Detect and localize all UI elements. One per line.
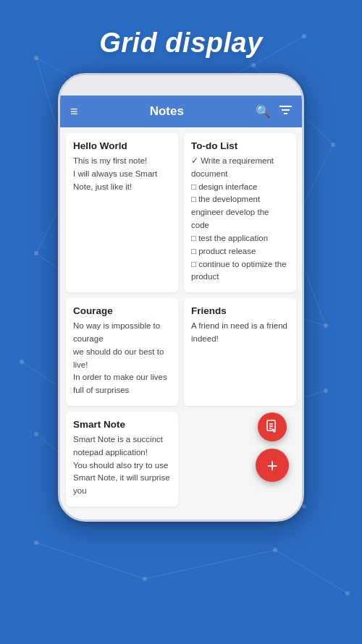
app-bar: ≡ Notes 🔍 <box>60 96 302 127</box>
note-card-courage[interactable]: Courage No way is impossible to couragew… <box>66 298 178 406</box>
note-card-smart-note[interactable]: Smart Note Smart Note is a succinct note… <box>66 412 178 507</box>
phone-mockup: ≡ Notes 🔍 Hello World This is my first n… <box>0 73 362 522</box>
phone-body: ≡ Notes 🔍 Hello World This is my first n… <box>58 73 304 522</box>
svg-rect-52 <box>267 420 275 431</box>
app-bar-actions: 🔍 <box>256 104 292 119</box>
note-card-todo[interactable]: To-do List ✓ Write a requirement documen… <box>184 133 296 292</box>
svg-point-41 <box>143 577 147 581</box>
note-body: A friend in need is a friend indeed! <box>191 320 289 346</box>
note-card-friends[interactable]: Friends A friend in need is a friend ind… <box>184 298 296 406</box>
app-bar-title: Notes <box>85 104 248 119</box>
page-title: Grid display <box>0 0 362 73</box>
fab-container: + <box>256 412 289 482</box>
note-body: Smart Note is a succinct notepad applica… <box>73 433 171 498</box>
menu-icon[interactable]: ≡ <box>70 104 78 119</box>
note-title: Smart Note <box>73 419 171 430</box>
filter-icon[interactable] <box>279 104 292 119</box>
note-card-hello-world[interactable]: Hello World This is my first note!I will… <box>66 133 178 292</box>
note-body: ✓ Write a requirement document□ design i… <box>191 155 289 284</box>
search-icon[interactable]: 🔍 <box>256 104 271 119</box>
new-document-fab[interactable] <box>258 412 287 441</box>
note-title: Hello World <box>73 140 171 151</box>
note-body: No way is impossible to couragewe should… <box>73 320 171 397</box>
note-body: This is my first note!I will always use … <box>73 155 171 193</box>
phone-top-bar <box>60 75 302 96</box>
svg-point-42 <box>273 548 277 552</box>
svg-point-43 <box>345 591 350 596</box>
note-title: Courage <box>73 305 171 316</box>
add-note-fab[interactable]: + <box>256 449 289 482</box>
note-title: Friends <box>191 305 289 316</box>
svg-point-40 <box>34 541 38 545</box>
note-title: To-do List <box>191 140 289 151</box>
